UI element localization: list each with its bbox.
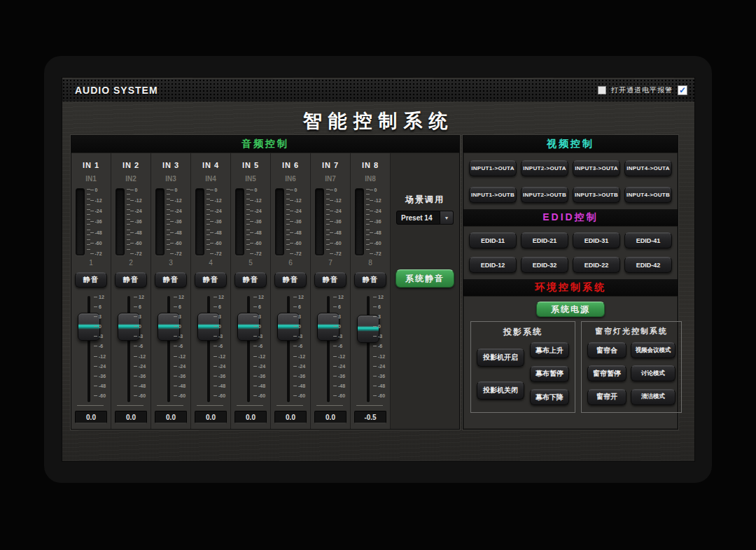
edid-button-1[interactable]: EDID-11 [469, 232, 517, 248]
screen-button-2[interactable]: 幕布暂停 [530, 366, 569, 382]
video-route-button-4[interactable]: INPUT4->OUTA [624, 160, 672, 176]
fader-bottom-line [157, 405, 183, 406]
mute-button-6[interactable]: 静音 [274, 272, 307, 288]
mute-button-5[interactable]: 静音 [234, 272, 267, 288]
mute-button-7[interactable]: 静音 [314, 272, 346, 288]
meter-bar [235, 188, 244, 255]
mode-button-1[interactable]: 视频会议模式 [631, 342, 676, 358]
meter-scale: 0-12-24-36-48-60-72 [170, 188, 187, 256]
screen-buttons: 幕布上升幕布暂停幕布下降 [530, 341, 569, 407]
scale-tick: 3 [134, 314, 149, 319]
edid-button-2[interactable]: EDID-21 [521, 232, 568, 248]
env-section-header: 环境控制系统 [463, 279, 678, 297]
edid-button-4[interactable]: EDID-41 [624, 232, 672, 248]
fader-4: 12630-3-6-12-24-36-48-60 [191, 293, 230, 407]
fader-track[interactable] [247, 296, 250, 402]
projector-button-1[interactable]: 投影机开启 [477, 348, 524, 367]
scale-tick: -12 [253, 354, 269, 359]
audio-control-panel: 音频控制 IN 1IN10-12-24-36-48-60-721静音12630-… [71, 135, 460, 430]
level-meter: 0-12-24-36-48-60-72 [115, 186, 147, 258]
edid-button-7[interactable]: EDID-22 [573, 257, 620, 273]
mute-button-3[interactable]: 静音 [155, 272, 187, 288]
scale-tick: 0 [174, 324, 189, 329]
fader-scale: 12630-3-6-12-24-36-48-60 [94, 295, 109, 398]
scale-tick: -60 [330, 241, 346, 246]
chevron-down-icon[interactable]: ▼ [440, 211, 454, 225]
meter-bar [275, 188, 284, 255]
fader-track[interactable] [327, 296, 330, 402]
video-route-button-8[interactable]: INPUT4->OUTB [624, 187, 672, 203]
scale-tick: -12 [214, 354, 229, 359]
scale-tick: 12 [253, 295, 269, 299]
video-route-button-5[interactable]: INPUT1->OUTB [469, 187, 517, 203]
scale-tick: -6 [174, 344, 189, 348]
mute-button-8[interactable]: 静音 [354, 272, 386, 288]
video-route-button-7[interactable]: INPUT3->OUTB [573, 187, 620, 203]
edid-button-8[interactable]: EDID-42 [624, 257, 672, 273]
scale-tick: -24 [94, 364, 109, 369]
mute-button-2[interactable]: 静音 [115, 272, 147, 288]
right-control-panel: 视频控制 INPUT1->OUTAINPUT2->OUTAINPUT3->OUT… [463, 135, 678, 430]
mode-button-2[interactable]: 讨论模式 [631, 365, 676, 381]
projection-group-title: 投影系统 [471, 326, 575, 338]
channel-name: IN 4 [202, 161, 219, 171]
fader-track[interactable] [367, 296, 370, 402]
mute-button-1[interactable]: 静音 [75, 272, 107, 288]
video-route-button-2[interactable]: INPUT2->OUTA [521, 160, 568, 176]
scale-tick: -3 [134, 334, 149, 339]
scale-tick: -72 [130, 251, 147, 256]
scale-tick: 0 [94, 324, 109, 329]
curtain-button-3[interactable]: 窗帘开 [587, 389, 626, 405]
fader-bottom-line [276, 405, 303, 406]
edid-button-6[interactable]: EDID-32 [521, 257, 568, 273]
channel-name: IN 2 [122, 161, 139, 171]
level-meter: 0-12-24-36-48-60-72 [76, 186, 107, 258]
scale-tick: 3 [253, 314, 269, 319]
system-power-button[interactable]: 系统电源 [536, 302, 605, 317]
edid-button-3[interactable]: EDID-31 [573, 232, 620, 248]
scale-tick: -60 [130, 241, 147, 246]
fader-scale: 12630-3-6-12-24-36-48-60 [333, 295, 349, 398]
mode-button-3[interactable]: 清洁模式 [631, 389, 676, 405]
fader-bottom-line [356, 405, 383, 406]
meter-bar [155, 188, 164, 255]
scale-tick: 6 [214, 304, 229, 309]
scale-tick: -24 [130, 209, 147, 213]
system-mute-button[interactable]: 系统静音 [396, 269, 454, 288]
scale-tick: -48 [214, 383, 229, 388]
scale-tick: -60 [210, 241, 227, 246]
curtain-button-2[interactable]: 窗帘暂停 [587, 365, 626, 381]
fader-track[interactable] [207, 296, 210, 402]
level-meter: 0-12-24-36-48-60-72 [155, 186, 187, 258]
mute-button-4[interactable]: 静音 [195, 272, 227, 288]
scale-tick: -36 [214, 374, 229, 379]
scale-tick: -12 [330, 198, 346, 203]
scale-tick: 0 [293, 324, 309, 329]
scale-tick: -6 [253, 344, 269, 348]
level-meter: 0-12-24-36-48-60-72 [235, 186, 267, 258]
scale-tick: -36 [293, 374, 309, 379]
screen-button-3[interactable]: 幕布下降 [530, 389, 569, 405]
projector-button-2[interactable]: 投影机关闭 [477, 381, 524, 400]
fader-track[interactable] [167, 296, 170, 402]
fader-track[interactable] [127, 296, 130, 402]
meter-scale: 0-12-24-36-48-60-72 [90, 188, 107, 256]
video-route-button-3[interactable]: INPUT3->OUTA [573, 160, 620, 176]
video-route-button-6[interactable]: INPUT2->OUTB [521, 187, 568, 203]
scale-tick: -24 [134, 364, 149, 369]
scale-tick: -24 [170, 209, 187, 213]
preset-select[interactable]: Preset 14 ▼ [396, 211, 454, 225]
edid-button-5[interactable]: EDID-12 [469, 257, 517, 273]
meter-bar [115, 188, 125, 255]
corner-checkbox[interactable]: ✓ [678, 85, 687, 95]
scale-tick: 0 [130, 188, 147, 192]
scale-tick: -36 [134, 374, 149, 379]
fader-2: 12630-3-6-12-24-36-48-60 [111, 293, 150, 407]
fader-track[interactable] [287, 296, 290, 402]
video-route-button-1[interactable]: INPUT1->OUTA [469, 160, 517, 176]
screen-button-1[interactable]: 幕布上升 [530, 342, 569, 358]
channel-strip-5: IN 5IN50-12-24-36-48-60-725静音12630-3-6-1… [231, 153, 271, 429]
fader-track[interactable] [88, 296, 90, 402]
level-alarm-checkbox[interactable] [598, 86, 606, 94]
curtain-button-1[interactable]: 窗帘合 [587, 342, 626, 358]
